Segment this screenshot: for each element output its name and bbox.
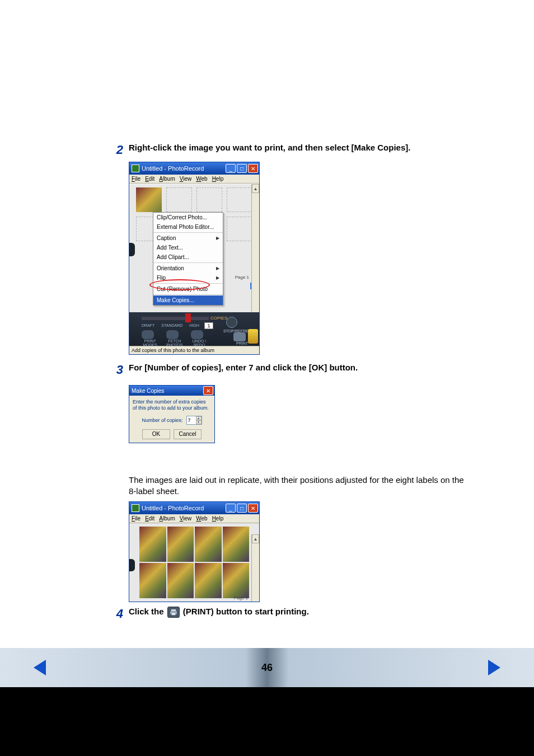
spinner-down-icon[interactable]: ▼: [196, 420, 202, 424]
window-title: Untitled - PhotoRecord: [142, 165, 204, 172]
menu-album[interactable]: Album: [159, 176, 175, 182]
photo-thumbnail[interactable]: [136, 187, 162, 212]
svg-rect-2: [171, 613, 175, 615]
ctx-add-text[interactable]: Add Text...: [153, 243, 223, 252]
context-menu: Clip/Correct Photo... External Photo Edi…: [153, 212, 223, 306]
app-icon: [132, 504, 139, 512]
page-indicator: Page 1: [235, 275, 249, 280]
placeholder-slot: [227, 217, 252, 241]
ctx-add-clipart[interactable]: Add Clipart...: [153, 252, 223, 262]
photo-copy[interactable]: [139, 527, 166, 562]
ctx-orientation[interactable]: Orientation▶: [153, 264, 223, 273]
cancel-button[interactable]: Cancel: [174, 429, 202, 439]
copies-spinner[interactable]: ▲ ▼: [186, 416, 202, 425]
scrollbar[interactable]: [251, 534, 259, 602]
copies-label: COPIES: [210, 316, 227, 321]
photo-copy[interactable]: [167, 527, 194, 562]
dialog-close-button[interactable]: ✕: [203, 386, 213, 395]
page-nav-footer: 46: [0, 648, 534, 687]
photo-copy[interactable]: [195, 527, 222, 562]
page-number: 46: [261, 662, 273, 674]
maximize-button[interactable]: □: [237, 504, 247, 513]
trash-icon[interactable]: [248, 329, 258, 344]
menu-edit[interactable]: Edit: [145, 515, 154, 522]
ctx-clip-correct[interactable]: Clip/Correct Photo...: [153, 213, 223, 222]
menu-web[interactable]: Web: [196, 176, 207, 182]
submenu-arrow-icon: ▶: [216, 236, 219, 241]
print-modes-button[interactable]: [142, 330, 154, 339]
titlebar: Untitled - PhotoRecord _ □ ✕: [129, 162, 259, 175]
menu-file[interactable]: File: [132, 515, 140, 522]
print-icon: [167, 607, 180, 618]
photo-copy[interactable]: [223, 527, 250, 562]
minimize-button[interactable]: _: [226, 164, 236, 173]
ctx-external-editor[interactable]: External Photo Editor...: [153, 222, 223, 232]
photo-copy[interactable]: [139, 563, 166, 598]
photo-copy[interactable]: [223, 563, 250, 598]
menu-view[interactable]: View: [180, 176, 192, 182]
quality-slider-knob[interactable]: [185, 313, 191, 322]
step-3-text: For [Number of copies], enter 7 and clic…: [129, 363, 472, 377]
page-indicator: Page 1: [234, 595, 248, 600]
placeholder-slot: [166, 187, 192, 212]
label-layout-grid: [129, 523, 259, 602]
left-tab-icon[interactable]: [129, 559, 135, 571]
step-4-text: Click the (PRINT) button to start printi…: [129, 607, 472, 621]
undo-redo-label: UNDO / REDO: [191, 339, 208, 347]
copies-value[interactable]: 1: [204, 322, 213, 329]
step-2-text: Right-click the image you want to print,…: [129, 143, 472, 157]
stop-refresh-button[interactable]: [226, 317, 237, 328]
callout-oval-icon: [149, 279, 210, 290]
menu-help[interactable]: Help: [212, 176, 224, 182]
dialog-message: Enter the number of extra copies of this…: [133, 399, 211, 411]
print-modes-label: PRINT MODES: [142, 339, 158, 347]
dialog-titlebar: Make Copies ✕: [129, 386, 214, 396]
app-icon: [132, 165, 139, 172]
left-tab-icon[interactable]: [129, 243, 135, 256]
svg-rect-0: [171, 609, 176, 611]
fetch-photos-label: FETCH PHOTOS: [166, 339, 183, 347]
close-button[interactable]: ✕: [248, 164, 258, 173]
quality-standard-label: STANDARD: [161, 323, 182, 327]
next-page-arrow-icon[interactable]: [488, 660, 500, 675]
menu-edit[interactable]: Edit: [145, 176, 154, 182]
print-button[interactable]: [233, 332, 246, 341]
photo-copy[interactable]: [167, 563, 194, 598]
placeholder-slot: [227, 187, 252, 212]
photo-copy[interactable]: [195, 563, 222, 598]
ok-button[interactable]: OK: [142, 429, 170, 439]
make-copies-dialog: Make Copies ✕ Enter the number of extra …: [129, 385, 215, 443]
prev-page-arrow-icon[interactable]: [34, 660, 46, 675]
quality-high-label: HIGH: [189, 323, 199, 327]
scrollbar[interactable]: [251, 184, 259, 312]
submenu-arrow-icon: ▶: [216, 275, 219, 280]
spinner-up-icon[interactable]: ▲: [196, 416, 202, 420]
maximize-button[interactable]: □: [237, 164, 247, 173]
fetch-photos-button[interactable]: [166, 330, 179, 339]
menu-file[interactable]: File: [132, 176, 140, 182]
copies-field-label: Number of copies:: [142, 417, 182, 423]
menu-album[interactable]: Album: [159, 515, 175, 522]
ctx-caption[interactable]: Caption▶: [153, 233, 223, 243]
status-bar: Add copies of this photo to the album: [129, 346, 259, 354]
quality-draft-label: DRAFT: [142, 323, 154, 327]
menubar: File Edit Album View Web Help: [129, 514, 259, 523]
titlebar: Untitled - PhotoRecord _ □ ✕: [129, 502, 259, 514]
copies-input[interactable]: [187, 416, 196, 424]
step-number-3: 3: [110, 363, 129, 377]
menubar: File Edit Album View Web Help: [129, 175, 259, 184]
close-button[interactable]: ✕: [248, 504, 258, 513]
minimize-button[interactable]: _: [226, 504, 236, 513]
ctx-make-copies[interactable]: Make Copies...: [153, 295, 223, 305]
step-number-2: 2: [110, 143, 129, 157]
callout-oval-icon: [129, 459, 163, 471]
photorecord-window-2: Untitled - PhotoRecord _ □ ✕ File Edit A…: [129, 501, 260, 602]
undo-redo-button[interactable]: [191, 330, 203, 339]
menu-web[interactable]: Web: [196, 515, 207, 522]
dialog-title: Make Copies: [132, 388, 164, 394]
menu-help[interactable]: Help: [212, 515, 224, 522]
menu-view[interactable]: View: [180, 515, 192, 522]
control-bar: DRAFT STANDARD HIGH COPIES 1 STOP/REFRES…: [129, 312, 259, 346]
submenu-arrow-icon: ▶: [216, 266, 219, 271]
window-title: Untitled - PhotoRecord: [142, 505, 204, 511]
